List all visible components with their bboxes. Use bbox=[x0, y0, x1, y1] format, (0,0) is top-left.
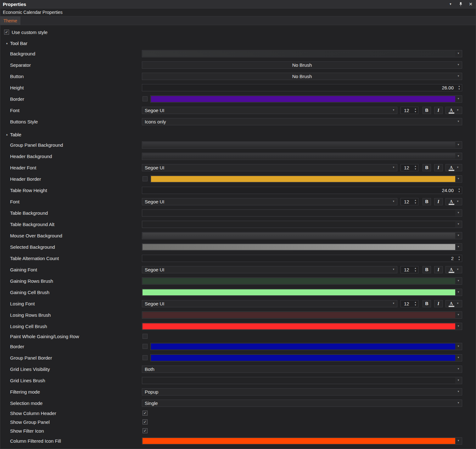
use-custom-style-checkbox[interactable]: ✓ bbox=[4, 30, 9, 35]
table-filtering-mode-label: Filtering mode bbox=[0, 389, 142, 395]
tool-bar-separator-brush-dropdown[interactable]: No Brush▼ bbox=[142, 61, 462, 69]
table-header-font-font-family-value: Segoe UI bbox=[145, 165, 165, 170]
table-font-font-family-dropdown[interactable]: Segoe UI▼ bbox=[142, 198, 397, 205]
property-row-table-losing-cell-brush: Losing Cell Brush▼ bbox=[0, 321, 476, 332]
table-table-alternation-count-number-input[interactable]: 2▲▼ bbox=[142, 255, 462, 262]
tab-theme[interactable]: Theme bbox=[0, 16, 20, 25]
table-border-checkbox[interactable] bbox=[143, 344, 148, 349]
tool-bar-font-font-color-button[interactable]: A▼ bbox=[445, 107, 462, 114]
table-font-font-color-button[interactable]: A▼ bbox=[445, 198, 462, 205]
table-header-font-font-size-input[interactable]: 12▲▼ bbox=[400, 164, 418, 171]
property-row-tool-bar-height: Height26.00▲▼ bbox=[0, 82, 476, 93]
table-table-background-brush-dropdown[interactable]: ▼ bbox=[142, 209, 462, 217]
table-losing-rows-brush-color-dropdown[interactable]: ▼ bbox=[142, 311, 462, 319]
table-losing-rows-brush-color-swatch bbox=[143, 312, 455, 318]
table-filtering-mode-dropdown[interactable]: Popup▼ bbox=[142, 388, 462, 395]
tool-bar-button-label: Button bbox=[0, 74, 142, 79]
table-table-background-alt-brush-dropdown[interactable]: ▼ bbox=[142, 221, 462, 228]
properties-panel: Properties ▼ ✕ Economic Calendar Propert… bbox=[0, 0, 476, 449]
table-font-bold-button[interactable]: B bbox=[423, 198, 431, 205]
table-losing-font-font-family-value: Segoe UI bbox=[145, 301, 165, 306]
table-table-row-height-number-input[interactable]: 24.00▲▼ bbox=[142, 187, 462, 194]
table-group-panel-border-color-dropdown[interactable]: ▼ bbox=[150, 354, 462, 361]
tool-bar-border-color-dropdown[interactable]: ▼ bbox=[150, 95, 462, 103]
table-header-border-checkbox[interactable] bbox=[143, 176, 148, 181]
table-header-font-font-color-button[interactable]: A▼ bbox=[445, 164, 462, 171]
chevron-down-icon: ▼ bbox=[392, 200, 395, 203]
number-spinner[interactable]: ▲▼ bbox=[414, 108, 417, 113]
property-row-table-group-panel-background: Group Panel Background▼ bbox=[0, 139, 476, 151]
table-font-font-size-input[interactable]: 12▲▼ bbox=[400, 198, 418, 205]
table-grid-lines-visibility-value: Both bbox=[145, 367, 154, 372]
table-selection-mode-dropdown[interactable]: Single▼ bbox=[142, 400, 462, 407]
table-header-border-color-dropdown[interactable]: ▼ bbox=[150, 175, 462, 183]
table-show-group-panel-checkbox[interactable]: ✓ bbox=[143, 419, 148, 424]
table-losing-font-italic-button[interactable]: I bbox=[434, 300, 443, 307]
table-show-group-panel-label: Show Group Panel bbox=[0, 419, 142, 425]
property-row-table-selection-mode: Selection modeSingle▼ bbox=[0, 397, 476, 409]
table-gaining-rows-brush-color-dropdown[interactable]: ▼ bbox=[142, 277, 462, 285]
table-gaining-font-font-color-button[interactable]: A▼ bbox=[445, 266, 462, 273]
table-gaining-font-italic-button[interactable]: I bbox=[434, 266, 443, 273]
table-filtering-mode-value: Popup bbox=[145, 389, 158, 395]
table-mouse-over-background-brush-dropdown[interactable]: ▼ bbox=[142, 232, 462, 239]
pin-icon[interactable] bbox=[458, 2, 463, 7]
table-grid-lines-visibility-dropdown[interactable]: Both▼ bbox=[142, 366, 462, 373]
table-losing-font-font-family-dropdown[interactable]: Segoe UI▼ bbox=[142, 300, 397, 307]
table-gaining-font-label: Gaining Font bbox=[0, 267, 142, 272]
table-group-panel-background-brush-dropdown[interactable]: ▼ bbox=[142, 141, 462, 149]
tool-bar-buttons-style-dropdown[interactable]: Icons only▼ bbox=[142, 118, 462, 125]
table-selection-mode-label: Selection mode bbox=[0, 401, 142, 406]
tool-bar-border-checkbox[interactable] bbox=[143, 96, 148, 101]
table-border-color-swatch bbox=[151, 344, 455, 350]
property-row-table-header-border: Header Border▼ bbox=[0, 173, 476, 185]
tool-bar-font-bold-button[interactable]: B bbox=[423, 107, 431, 114]
table-table-background-brush-swatch bbox=[143, 210, 455, 216]
table-gaining-font-font-family-dropdown[interactable]: Segoe UI▼ bbox=[142, 266, 397, 273]
section-header-table[interactable]: ▲Table bbox=[0, 130, 476, 139]
number-spinner[interactable]: ▲▼ bbox=[458, 85, 460, 90]
number-spinner[interactable]: ▲▼ bbox=[458, 188, 460, 193]
table-header-font-font-family-dropdown[interactable]: Segoe UI▼ bbox=[142, 164, 397, 171]
table-font-italic-button[interactable]: I bbox=[434, 198, 443, 205]
table-paint-whole-gaining-losing-row-label: Paint Whole Gaining/Losing Row bbox=[0, 334, 142, 339]
table-show-column-header-checkbox[interactable]: ✓ bbox=[143, 411, 148, 416]
table-grid-lines-brush-brush-dropdown[interactable]: ▼ bbox=[142, 377, 462, 384]
table-font-font-color-bar bbox=[449, 204, 454, 205]
table-header-font-font-size-value: 12 bbox=[404, 165, 409, 170]
window-dropdown-icon[interactable]: ▼ bbox=[448, 2, 453, 7]
table-column-filtered-icon-fill-color-dropdown[interactable]: ▼ bbox=[142, 437, 462, 445]
tool-bar-font-italic-button[interactable]: I bbox=[434, 107, 443, 114]
tool-bar-font-font-size-input[interactable]: 12▲▼ bbox=[400, 107, 418, 114]
section-header-tool-bar[interactable]: ▲Tool Bar bbox=[0, 38, 476, 48]
table-show-filter-icon-checkbox[interactable]: ✓ bbox=[143, 428, 148, 433]
table-header-font-bold-button[interactable]: B bbox=[423, 164, 431, 171]
table-gaining-font-font-size-input[interactable]: 12▲▼ bbox=[400, 266, 418, 273]
table-header-font-italic-button[interactable]: I bbox=[434, 164, 443, 171]
tool-bar-font-font-family-dropdown[interactable]: Segoe UI▼ bbox=[142, 107, 397, 114]
chevron-down-icon: ▼ bbox=[457, 246, 460, 248]
property-row-tool-bar-background: Background▼ bbox=[0, 48, 476, 59]
number-spinner[interactable]: ▲▼ bbox=[414, 199, 417, 204]
tool-bar-height-number-input[interactable]: 26.00▲▼ bbox=[142, 84, 462, 91]
table-losing-cell-brush-color-dropdown[interactable]: ▼ bbox=[142, 323, 462, 330]
table-gaining-font-bold-button[interactable]: B bbox=[423, 266, 431, 273]
close-icon[interactable]: ✕ bbox=[468, 2, 473, 7]
table-gaining-cell-brush-color-dropdown[interactable]: ▼ bbox=[142, 289, 462, 296]
number-spinner[interactable]: ▲▼ bbox=[414, 301, 417, 306]
tool-bar-buttons-style-label: Buttons Style bbox=[0, 119, 142, 124]
table-losing-font-font-color-button[interactable]: A▼ bbox=[445, 300, 462, 307]
table-border-color-dropdown[interactable]: ▼ bbox=[150, 343, 462, 350]
table-paint-whole-gaining-losing-row-checkbox[interactable] bbox=[143, 334, 148, 339]
number-spinner[interactable]: ▲▼ bbox=[458, 256, 460, 261]
table-losing-font-bold-button[interactable]: B bbox=[423, 300, 431, 307]
tool-bar-background-brush-dropdown[interactable]: ▼ bbox=[142, 50, 462, 57]
table-losing-font-font-size-input[interactable]: 12▲▼ bbox=[400, 300, 418, 307]
table-header-background-brush-dropdown[interactable]: ▼ bbox=[142, 153, 462, 160]
chevron-down-icon: ▼ bbox=[457, 325, 460, 327]
table-selected-background-brush-dropdown[interactable]: ▼ bbox=[142, 243, 462, 251]
tool-bar-button-brush-dropdown[interactable]: No Brush▼ bbox=[142, 73, 462, 80]
number-spinner[interactable]: ▲▼ bbox=[414, 165, 417, 170]
number-spinner[interactable]: ▲▼ bbox=[414, 267, 417, 272]
table-group-panel-border-checkbox[interactable] bbox=[143, 355, 148, 360]
